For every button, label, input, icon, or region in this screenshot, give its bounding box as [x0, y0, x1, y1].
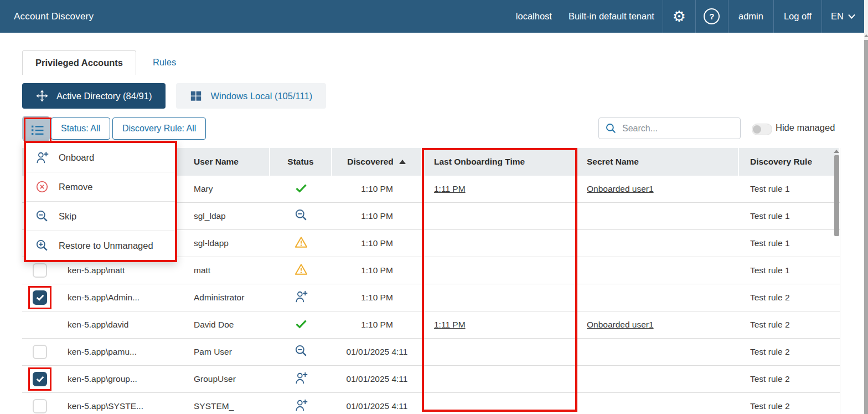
- user-name-cell: SYSTEM_: [177, 393, 270, 414]
- zoom-out-icon: [294, 344, 308, 360]
- remove-circle-icon: [34, 180, 49, 193]
- log-off-button[interactable]: Log off: [773, 0, 822, 33]
- user-menu[interactable]: admin: [728, 0, 773, 33]
- sort-asc-icon: [399, 160, 406, 164]
- secret-name-cell: [577, 230, 739, 257]
- search-input[interactable]: [621, 123, 733, 134]
- language-label: EN: [831, 11, 844, 22]
- menu-item-restore-to-unmanaged[interactable]: Restore to Unmanaged: [26, 231, 175, 260]
- last-onboarding-cell: 1:11 PM: [422, 176, 577, 202]
- row-checkbox[interactable]: [33, 263, 47, 278]
- discovered-cell: 01/01/2025 4:11: [332, 393, 422, 414]
- select-cell: [22, 339, 61, 365]
- discovery-rule-cell: Test rule 1: [739, 176, 840, 202]
- bulk-actions-button[interactable]: [24, 117, 51, 143]
- warning-icon: [294, 236, 308, 251]
- discovery-rule-cell: Test rule 2: [739, 393, 840, 414]
- last-onboarding-cell: [422, 366, 577, 392]
- settings-button[interactable]: ⚙: [663, 0, 695, 33]
- discovery-rule-cell: Test rule 2: [739, 311, 840, 338]
- language-selector[interactable]: EN: [822, 0, 864, 33]
- menu-item-remove[interactable]: Remove: [26, 172, 175, 202]
- status-cell: [270, 311, 332, 338]
- user-name-cell: David Doe: [177, 311, 270, 338]
- last-onboarding-cell: [422, 230, 577, 257]
- table-scrollbar-thumb[interactable]: [834, 155, 839, 236]
- secret-name-link[interactable]: Onboarded user1: [587, 184, 654, 194]
- menu-item-onboard[interactable]: Onboard: [26, 143, 175, 172]
- discovery-rule-cell: Test rule 2: [739, 284, 840, 311]
- table-scrollbar[interactable]: [833, 149, 840, 414]
- row-checkbox[interactable]: [33, 345, 47, 359]
- menu-item-skip[interactable]: Skip: [26, 202, 175, 231]
- scroll-up-icon: [864, 34, 868, 37]
- last-onboarding-link[interactable]: 1:11 PM: [434, 320, 466, 330]
- column-header-secret[interactable]: Secret Name: [577, 148, 739, 176]
- last-onboarding-cell: [422, 339, 577, 365]
- user-name-cell: sgl_ldap: [177, 203, 270, 229]
- secret-name-link[interactable]: Onboarded user1: [587, 320, 654, 330]
- menu-item-label: Onboard: [59, 152, 94, 163]
- hide-managed-toggle[interactable]: [752, 124, 772, 135]
- status-cell: [270, 176, 332, 202]
- discovery-rule-cell: Test rule 1: [739, 257, 840, 284]
- discovered-cell: 1:10 PM: [332, 284, 422, 311]
- select-cell: [22, 366, 61, 392]
- secret-name-cell: [577, 339, 739, 365]
- page-scrollbar-thumb[interactable]: [864, 40, 868, 414]
- row-checkbox[interactable]: [33, 399, 47, 413]
- active-directory-button[interactable]: Active Directory (84/91): [22, 83, 166, 109]
- user-name-cell: matt: [177, 257, 270, 284]
- secret-name-cell: Onboarded user1: [577, 311, 739, 338]
- secret-name-cell: [577, 366, 739, 392]
- discovery-rule-cell: Test rule 2: [739, 366, 840, 392]
- table-right-border: [840, 148, 840, 414]
- secret-name-cell: [577, 284, 739, 311]
- status-cell: [270, 284, 332, 311]
- user-name-cell: Administrator: [177, 284, 270, 311]
- column-header-last_onboarding[interactable]: Last Onboarding Time: [422, 148, 577, 176]
- discovered-cell: 1:10 PM: [332, 311, 422, 338]
- column-header-discovered[interactable]: Discovered: [332, 148, 422, 176]
- gear-icon: ⚙: [673, 9, 686, 24]
- discovery-rule-filter-button[interactable]: Discovery Rule: All: [112, 117, 206, 140]
- column-header-user[interactable]: User Name: [177, 148, 270, 176]
- scroll-up-icon: [834, 150, 839, 153]
- search-box: [598, 117, 741, 139]
- user-plus-icon: [294, 290, 308, 305]
- page-title: Account Discovery: [0, 11, 94, 22]
- row-checkbox[interactable]: [33, 372, 47, 386]
- user-plus-icon: [294, 398, 308, 414]
- discovered-cell: 1:10 PM: [332, 176, 422, 202]
- tab-rules[interactable]: Rules: [147, 57, 182, 68]
- status-cell: [270, 393, 332, 414]
- last-onboarding-link[interactable]: 1:11 PM: [434, 184, 466, 194]
- discovered-cell: 01/01/2025 4:11: [332, 366, 422, 392]
- windows-local-button[interactable]: Windows Local (105/111): [176, 83, 326, 109]
- status-cell: [270, 203, 332, 229]
- host-label: localhost: [508, 0, 560, 33]
- page-scrollbar[interactable]: [864, 0, 868, 414]
- column-header-status[interactable]: Status: [270, 148, 332, 176]
- warning-icon: [294, 263, 308, 278]
- zoom-out-icon: [294, 208, 308, 224]
- menu-item-label: Remove: [59, 182, 92, 192]
- tab-privileged-accounts[interactable]: Privileged Accounts: [22, 50, 136, 75]
- help-button[interactable]: ?: [695, 0, 728, 33]
- column-header-rule[interactable]: Discovery Rule: [739, 148, 840, 176]
- search-icon: [606, 123, 616, 134]
- zoom-out-icon: [34, 209, 49, 223]
- discovered-cell: 01/01/2025 4:11: [332, 339, 422, 365]
- table-row: ken-5.app\SYSTE...SYSTEM_01/01/2025 4:11…: [22, 393, 840, 414]
- secret-name-cell: Onboarded user1: [577, 176, 739, 202]
- windows-icon: [190, 90, 202, 102]
- name-cell: ken-5.app\group...: [61, 366, 177, 392]
- table-row: ken-5.app\pamu...Pam User01/01/2025 4:11…: [22, 339, 840, 366]
- row-checkbox[interactable]: [33, 290, 47, 305]
- status-filter-button[interactable]: Status: All: [51, 117, 110, 140]
- zoom-in-icon: [34, 239, 49, 252]
- menu-item-label: Skip: [59, 211, 76, 222]
- active-directory-icon: [36, 90, 48, 102]
- secret-name-cell: [577, 393, 739, 414]
- table-row: ken-5.app\Admin...Administrator1:10 PMTe…: [22, 284, 840, 311]
